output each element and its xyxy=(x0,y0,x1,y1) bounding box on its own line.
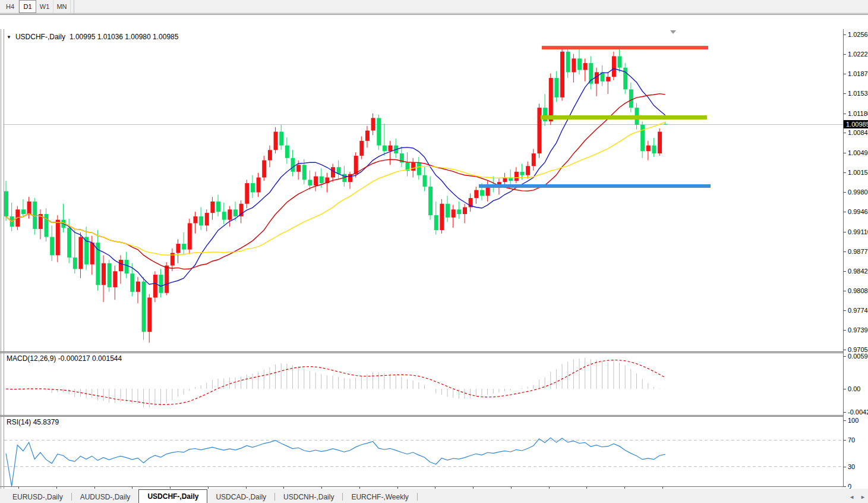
tf-button-d1[interactable]: D1 xyxy=(19,0,36,13)
window-left-inner-border xyxy=(4,29,4,502)
rsi-value: 45.8379 xyxy=(33,418,59,426)
tab-scroll-arrows: ◄ ► xyxy=(849,494,866,500)
axis-label: 1.01870 xyxy=(848,70,868,77)
ma-mid-red xyxy=(6,94,665,269)
axis-label: 1.02220 xyxy=(848,51,868,58)
axis-label: 1.00490 xyxy=(848,149,868,156)
axis-tick xyxy=(844,271,846,272)
axis-tick xyxy=(844,420,846,421)
candles-layer xyxy=(4,46,668,342)
axis-label: 30 xyxy=(848,463,855,470)
chart-title: ▼ USDCHF-,Daily 1.00995 1.01036 1.00980 … xyxy=(7,33,178,41)
ma-lines-layer xyxy=(6,68,665,286)
axis-label: 1.00150 xyxy=(848,169,868,176)
tab-usdchf-daily[interactable]: USDCHF-,Daily xyxy=(138,489,207,503)
axis-label: 100 xyxy=(848,417,858,424)
window-left-border xyxy=(1,29,1,502)
macd-pane[interactable] xyxy=(4,353,843,415)
axis-label: 0.99800 xyxy=(848,188,868,196)
axis-tick xyxy=(844,440,846,441)
object-hlines-layer[interactable] xyxy=(479,46,711,188)
macd-histogram xyxy=(6,358,665,408)
breakout-line-olive xyxy=(541,115,707,120)
axis-tick xyxy=(844,192,846,193)
axis-tick xyxy=(844,291,846,291)
axis-tick xyxy=(844,350,846,350)
ma-slow-yellow xyxy=(6,122,665,255)
rsi-pane[interactable] xyxy=(4,417,843,486)
axis-label: -0.00424 xyxy=(848,408,868,416)
tf-button-h4[interactable]: H4 xyxy=(2,0,19,13)
tab-separator xyxy=(417,493,418,501)
axis-tick xyxy=(844,114,846,114)
tab-audusd-daily[interactable]: AUDUSD-,Daily xyxy=(72,491,139,503)
axis-label: 0.98080 xyxy=(848,287,868,294)
chart-menu-icon[interactable]: ▼ xyxy=(7,34,11,40)
axis-tick xyxy=(844,172,846,173)
axis-label: 0.00 xyxy=(848,385,860,392)
rsi-line xyxy=(6,438,665,486)
rsi-indicator-label: RSI(14) 45.8379 xyxy=(7,418,59,426)
chart-shift-marker-icon[interactable] xyxy=(670,30,676,34)
chart-symbol-period: USDCHF-,Daily xyxy=(15,33,65,41)
chart-ohlc-values: 1.00995 1.01036 1.00980 1.00985 xyxy=(70,33,179,41)
mt4-window: H4 D1 W1 MN 1.025601.022201.018701.01530… xyxy=(0,0,868,503)
toolbar-separator xyxy=(74,0,74,13)
price-axis[interactable]: 1.025601.022201.018701.015301.011801.008… xyxy=(844,29,868,503)
axis-tick xyxy=(844,412,846,413)
axis-tick xyxy=(844,252,846,252)
tab-eurusd-daily[interactable]: EURUSD-,Daily xyxy=(4,491,71,503)
axis-tick xyxy=(844,54,846,55)
axis-label: 1.02560 xyxy=(848,31,868,38)
support-line-blue xyxy=(479,184,711,188)
chart-tabs-bar: EURUSD-,Daily AUDUSD-,Daily USDCHF-,Dail… xyxy=(0,489,868,503)
ma-fast-blue xyxy=(6,68,665,286)
axis-tick xyxy=(844,356,846,357)
axis-label: 70 xyxy=(848,436,855,444)
axis-tick xyxy=(844,310,846,311)
macd-indicator-label: MACD(12,26,9) -0.000217 0.001544 xyxy=(7,354,122,363)
tab-usdcad-daily[interactable]: USDCAD-,Daily xyxy=(207,491,274,503)
current-price-badge: 1.00985 xyxy=(844,120,868,128)
chart-window: 1.025601.022201.018701.015301.011801.008… xyxy=(0,14,868,488)
axis-label: 1.01180 xyxy=(848,110,868,117)
axis-tick xyxy=(844,93,846,94)
axis-tick xyxy=(844,153,846,153)
axis-label: 1.00840 xyxy=(848,129,868,136)
axis-tick xyxy=(844,330,846,331)
axis-label: 0.00597 xyxy=(848,353,868,360)
tab-scroll-right-icon[interactable]: ► xyxy=(860,494,866,500)
price-pane[interactable] xyxy=(4,30,843,351)
axis-label: 0.99460 xyxy=(848,208,868,215)
tab-scroll-left-icon[interactable]: ◄ xyxy=(849,494,854,500)
resistance-line-red xyxy=(542,46,708,49)
rsi-name: RSI(14) xyxy=(7,418,31,426)
axis-label: 0.97390 xyxy=(848,326,868,334)
tab-eurchf-weekly[interactable]: EURCHF-,Weekly xyxy=(343,491,416,503)
tf-button-mn[interactable]: MN xyxy=(53,0,71,13)
axis-label: 0.99110 xyxy=(848,228,868,235)
axis-label: 0.97740 xyxy=(848,307,868,314)
axis-label: 0.98770 xyxy=(848,248,868,255)
axis-tick xyxy=(844,212,846,212)
timeframe-toolbar: H4 D1 W1 MN xyxy=(0,0,868,14)
macd-values: -0.000217 0.001544 xyxy=(58,354,122,363)
macd-name: MACD(12,26,9) xyxy=(7,354,56,363)
tab-usdcnh-daily[interactable]: USDCNH-,Daily xyxy=(275,491,342,503)
axis-tick xyxy=(844,34,846,35)
axis-tick xyxy=(844,133,846,133)
axis-tick xyxy=(844,389,846,389)
axis-label: 0.98420 xyxy=(848,268,868,275)
axis-tick xyxy=(844,232,846,232)
macd-signal-line xyxy=(6,360,665,405)
axis-tick xyxy=(844,467,846,467)
tf-button-w1[interactable]: W1 xyxy=(36,0,53,13)
axis-label: 1.01530 xyxy=(848,90,868,97)
axis-tick xyxy=(844,74,846,74)
